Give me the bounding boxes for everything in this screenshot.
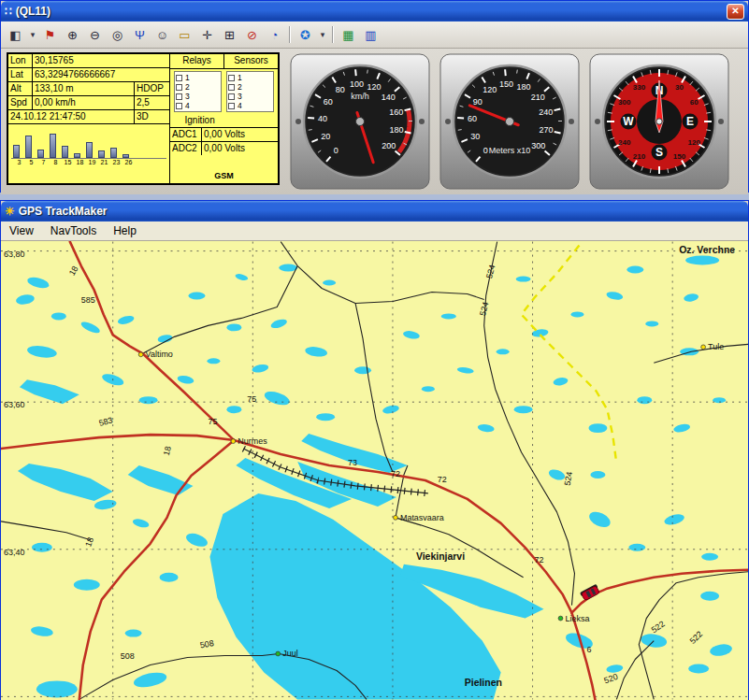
zoom-out-button[interactable]: ⊖ bbox=[84, 25, 106, 45]
map-label: 63,80 bbox=[4, 250, 24, 259]
screen: ∷ (QL11) ✕ ◧▾⚑⊕⊖◎Ψ☺▭✛⊞⊘◔✪▾▦▥ Lon30,15765… bbox=[0, 0, 749, 700]
sat-id: 18 bbox=[74, 159, 86, 165]
map-label: 63,40 bbox=[4, 548, 24, 557]
town-marker bbox=[138, 352, 143, 357]
map-canvas[interactable]: ValtimoNurmesMatasvaaraLieksaJuulTule63,… bbox=[1, 241, 748, 700]
lake bbox=[628, 544, 645, 551]
svg-text:0: 0 bbox=[483, 146, 488, 155]
lake bbox=[323, 280, 336, 286]
adc-label: ADC1 bbox=[170, 128, 202, 141]
town-label: Lieksa bbox=[565, 614, 589, 623]
town-label: Valtimo bbox=[146, 350, 173, 359]
svg-text:330: 330 bbox=[633, 83, 646, 92]
sat-id: 26 bbox=[122, 159, 135, 165]
checkbox[interactable] bbox=[228, 93, 235, 100]
lake bbox=[354, 366, 371, 374]
checkbox[interactable] bbox=[228, 75, 235, 81]
signal-bar bbox=[98, 150, 105, 158]
disconnect-button[interactable]: ⊘ bbox=[241, 25, 263, 45]
checkbox[interactable] bbox=[176, 93, 182, 100]
field-label: Spd bbox=[8, 96, 33, 109]
table-button[interactable]: ▥ bbox=[360, 25, 382, 45]
lake bbox=[226, 323, 241, 331]
menu-help[interactable]: Help bbox=[105, 222, 145, 239]
checkbox[interactable] bbox=[176, 84, 182, 91]
svg-text:60: 60 bbox=[468, 114, 477, 123]
sat-id: 5 bbox=[25, 159, 37, 165]
checkbox[interactable] bbox=[228, 84, 235, 91]
sensors-list[interactable]: 123456 bbox=[226, 71, 274, 112]
list-item-label: 3 bbox=[185, 92, 190, 101]
map-label: 585 bbox=[81, 295, 95, 305]
lake bbox=[627, 266, 643, 274]
zoom-in-button[interactable]: ⊕ bbox=[62, 25, 83, 45]
chart-button[interactable]: ▦ bbox=[338, 25, 359, 45]
new-window-button[interactable]: ⊞ bbox=[219, 25, 240, 45]
svg-text:E: E bbox=[686, 115, 694, 128]
signal-bar bbox=[86, 142, 93, 158]
satellite-histogram: 3578151819212326 bbox=[8, 124, 169, 183]
ignition-label: Ignition bbox=[170, 114, 229, 127]
list-item-label: 4 bbox=[185, 101, 190, 110]
toolbar-separator bbox=[289, 26, 291, 43]
checkbox[interactable] bbox=[176, 75, 182, 81]
field-extra: HDOP bbox=[134, 82, 169, 95]
ql11-close-button[interactable]: ✕ bbox=[727, 4, 744, 20]
town-marker bbox=[394, 515, 398, 520]
map-svg: ValtimoNurmesMatasvaaraLieksaJuulTule63,… bbox=[1, 241, 748, 700]
signal-bar bbox=[13, 145, 20, 158]
field-value: 30,15765 bbox=[33, 54, 169, 67]
relays-list[interactable]: 1234 bbox=[174, 71, 222, 112]
track-person-button[interactable]: ☺ bbox=[151, 25, 173, 45]
google-earth-button[interactable]: ✪ bbox=[295, 25, 316, 45]
waypoint-flag-button[interactable]: ⚑ bbox=[39, 25, 61, 45]
field-extra: 2,5 bbox=[134, 96, 169, 109]
svg-text:300: 300 bbox=[531, 141, 545, 150]
checkbox[interactable] bbox=[228, 112, 235, 113]
pan-hand-button[interactable]: ✛ bbox=[196, 25, 218, 45]
lake bbox=[316, 413, 335, 421]
lake bbox=[497, 349, 510, 354]
display-button[interactable]: ◧ bbox=[5, 25, 26, 45]
trackmaker-window: ☀ GPS TrackMaker ViewNavToolsHelp Valtim… bbox=[0, 200, 749, 700]
svg-text:60: 60 bbox=[690, 98, 699, 107]
trackmaker-titlebar[interactable]: ☀ GPS TrackMaker bbox=[1, 201, 748, 221]
svg-text:60: 60 bbox=[324, 97, 333, 107]
compass-button[interactable]: ◔ bbox=[264, 25, 285, 45]
gps-row: Lon30,15765 bbox=[8, 54, 169, 68]
google-earth-dropdown[interactable]: ▾ bbox=[317, 25, 328, 45]
lake bbox=[645, 321, 658, 326]
menu-navtools[interactable]: NavTools bbox=[42, 222, 105, 239]
map-label: 75 bbox=[208, 417, 217, 426]
svg-text:100: 100 bbox=[350, 79, 364, 89]
sat-id: 8 bbox=[50, 159, 62, 165]
field-value: 133,10 m bbox=[33, 82, 134, 95]
lake bbox=[207, 358, 220, 364]
svg-text:S: S bbox=[655, 146, 663, 159]
list-item-label: 2 bbox=[185, 82, 190, 92]
lake bbox=[700, 592, 719, 601]
checkbox[interactable] bbox=[228, 103, 235, 109]
field-label: Lat bbox=[8, 68, 33, 81]
ruler-button[interactable]: ▭ bbox=[174, 25, 195, 45]
list-item-label: 3 bbox=[238, 92, 242, 101]
map-label: Oz. Verchne bbox=[679, 245, 735, 255]
menu-view[interactable]: View bbox=[1, 222, 42, 239]
display-dropdown[interactable]: ▾ bbox=[27, 25, 38, 45]
compass-gauge: 3060120150210240300330NESW bbox=[588, 52, 730, 191]
gps-connect-button[interactable]: Ψ bbox=[129, 25, 151, 45]
lake bbox=[160, 573, 179, 582]
town-label: Juul bbox=[282, 650, 297, 659]
svg-text:20: 20 bbox=[321, 132, 330, 141]
svg-text:150: 150 bbox=[673, 152, 686, 161]
list-item: 2 bbox=[176, 82, 220, 92]
signal-bar bbox=[62, 146, 68, 158]
sat-id: 23 bbox=[110, 159, 122, 165]
ql11-window: ∷ (QL11) ✕ ◧▾⚑⊕⊖◎Ψ☺▭✛⊞⊘◔✪▾▦▥ Lon30,15765… bbox=[0, 0, 749, 193]
svg-text:Meters x10: Meters x10 bbox=[489, 146, 531, 155]
checkbox[interactable] bbox=[176, 103, 182, 109]
adc-value: 0,00 Volts bbox=[202, 142, 278, 155]
gsm-label: GSM bbox=[170, 155, 278, 183]
ql11-titlebar[interactable]: ∷ (QL11) ✕ bbox=[1, 1, 748, 21]
magnifier-button[interactable]: ◎ bbox=[107, 25, 128, 45]
